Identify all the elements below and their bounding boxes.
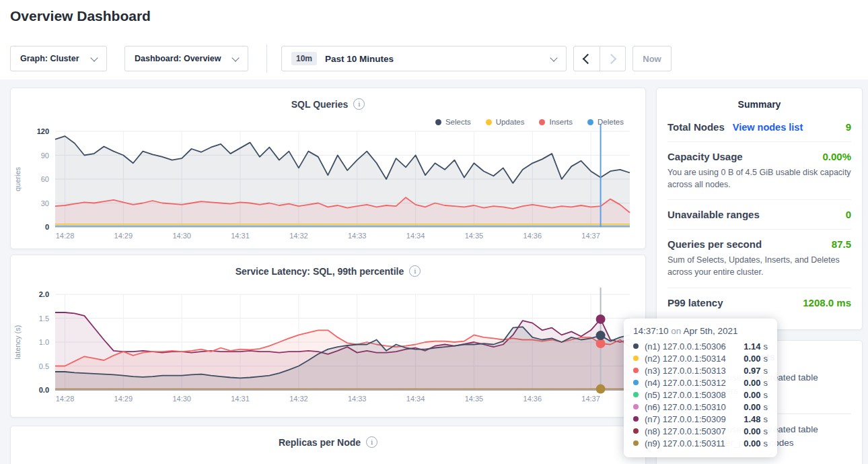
info-icon[interactable]: i <box>409 265 421 277</box>
node-latency-value: 0.00 <box>744 390 760 400</box>
chart-title-sql-queries: SQL Queries <box>291 99 349 110</box>
graph-scope-dropdown[interactable]: Graph: Cluster <box>10 46 107 71</box>
node-address: (n3) 127.0.0.1:50313 <box>645 366 744 376</box>
svg-text:60: 60 <box>41 175 49 183</box>
svg-text:14:33: 14:33 <box>348 232 367 240</box>
chevron-left-icon <box>582 53 593 64</box>
summary-panel: Summary Total NodesView nodes list9Capac… <box>656 88 863 330</box>
node-address: (n6) 127.0.0.1:50310 <box>645 402 744 412</box>
time-forward-button[interactable] <box>600 46 626 71</box>
info-icon[interactable]: i <box>366 436 377 448</box>
now-button-label: Now <box>643 54 661 64</box>
svg-text:14:35: 14:35 <box>465 232 484 240</box>
tooltip-on: on <box>671 326 681 336</box>
time-pager <box>573 46 626 71</box>
node-address: (n8) 127.0.0.1:50307 <box>645 426 744 436</box>
svg-text:0.0: 0.0 <box>39 386 49 394</box>
svg-text:1.0: 1.0 <box>39 338 49 346</box>
svg-text:14:29: 14:29 <box>114 395 133 403</box>
node-address: (n9) 127.0.0.1:50311 <box>645 438 744 449</box>
chart-hover-dot <box>596 314 606 324</box>
node-color-dot <box>633 380 639 385</box>
summary-label: P99 latency <box>667 297 723 308</box>
node-address: (n7) 127.0.0.1:50309 <box>645 414 744 424</box>
replicas-per-node-chart-panel: Replicas per Node i <box>10 426 646 464</box>
tooltip-row: (n2) 127.0.0.1:503140.00s <box>633 352 768 364</box>
summary-row: Queries per second87.5Sum of Selects, Up… <box>667 229 851 287</box>
sql-queries-chart[interactable]: 030609012014:2814:2914:3014:3114:3214:33… <box>11 125 647 250</box>
service-latency-chart-panel: Service Latency: SQL, 99th percentile i … <box>10 255 646 418</box>
node-latency-value: 0.00 <box>744 354 760 364</box>
svg-text:2.0: 2.0 <box>39 290 49 298</box>
tooltip-row: (n7) 127.0.0.1:503091.48s <box>633 413 768 425</box>
dashboard-dropdown[interactable]: Dashboard: Overview <box>124 46 248 71</box>
svg-text:14:30: 14:30 <box>172 395 191 403</box>
node-latency-unit: s <box>764 438 768 449</box>
summary-label: Capacity Usage <box>667 151 743 162</box>
svg-text:0.5: 0.5 <box>39 362 49 370</box>
chevron-right-icon <box>606 53 617 64</box>
tooltip-row: (n3) 127.0.0.1:503130.97s <box>633 364 768 376</box>
svg-text:14:29: 14:29 <box>114 232 133 240</box>
view-nodes-list-link[interactable]: View nodes list <box>733 122 803 133</box>
info-icon[interactable]: i <box>353 98 365 110</box>
toolbar-divider <box>266 44 267 73</box>
tooltip-row: (n8) 127.0.0.1:503070.00s <box>633 425 768 437</box>
svg-text:queries: queries <box>13 166 22 191</box>
summary-value: 0 <box>846 209 851 220</box>
svg-text:14:34: 14:34 <box>406 395 425 403</box>
summary-description: Sum of Selects, Updates, Inserts, and De… <box>667 254 851 278</box>
svg-text:1.5: 1.5 <box>39 314 49 323</box>
node-latency-unit: s <box>764 390 768 400</box>
svg-text:14:37: 14:37 <box>581 395 600 403</box>
tooltip-row: (n5) 127.0.0.1:503080.00s <box>633 389 768 401</box>
node-latency-value: 0.00 <box>744 426 760 436</box>
node-latency-unit: s <box>764 414 768 424</box>
summary-value: 0.00% <box>822 151 851 162</box>
time-back-button[interactable] <box>574 46 600 71</box>
node-latency-value: 1.48 <box>744 414 760 424</box>
svg-text:14:31: 14:31 <box>231 232 250 240</box>
chart-hover-dot <box>596 339 606 348</box>
overview-dashboard-page: Overview Dashboard Graph: Cluster Dashbo… <box>0 0 868 464</box>
node-address: (n1) 127.0.0.1:50306 <box>645 341 744 352</box>
svg-text:14:36: 14:36 <box>523 395 542 403</box>
node-latency-unit: s <box>764 341 768 352</box>
graph-scope-label: Graph: Cluster <box>20 54 79 63</box>
tooltip-timestamp: 14:37:10 on Apr 5th, 2021 <box>633 326 768 336</box>
svg-text:14:30: 14:30 <box>172 232 191 240</box>
tooltip-row: (n6) 127.0.0.1:503100.00s <box>633 401 768 413</box>
node-latency-unit: s <box>764 354 768 364</box>
summary-row: Unavailable ranges0 <box>667 199 851 229</box>
time-range-dropdown[interactable]: 10m Past 10 Minutes <box>281 46 567 71</box>
svg-text:latency (s): latency (s) <box>13 325 22 360</box>
svg-text:0: 0 <box>45 223 49 231</box>
node-latency-unit: s <box>764 366 768 376</box>
summary-row: Total NodesView nodes list9 <box>667 112 851 141</box>
node-latency-unit: s <box>764 426 768 436</box>
svg-text:14:31: 14:31 <box>231 395 250 403</box>
summary-value: 87.5 <box>832 238 851 250</box>
svg-text:14:37: 14:37 <box>581 232 600 240</box>
now-button[interactable]: Now <box>632 46 672 71</box>
node-latency-value: 0.00 <box>744 438 760 449</box>
chart-title-replicas-per-node: Replicas per Node <box>279 437 361 448</box>
node-latency-value: 0.00 <box>744 378 760 388</box>
summary-value: 1208.0 ms <box>803 297 851 308</box>
summary-description: You are using 0 B of 4.5 GiB usable disk… <box>667 166 851 191</box>
tooltip-row: (n4) 127.0.0.1:503120.00s <box>633 376 768 389</box>
svg-text:14:36: 14:36 <box>523 232 542 240</box>
tooltip-row: (n9) 127.0.0.1:503110.00s <box>633 437 768 449</box>
svg-text:14:32: 14:32 <box>289 232 308 240</box>
service-latency-chart[interactable]: 0.00.51.01.52.014:2814:2914:3014:3114:32… <box>11 288 647 413</box>
node-latency-value: 1.14 <box>744 341 760 352</box>
node-color-dot <box>633 392 639 397</box>
summary-rows: Total NodesView nodes list9Capacity Usag… <box>667 112 851 317</box>
summary-label: Total Nodes <box>667 121 725 133</box>
svg-text:14:33: 14:33 <box>348 395 367 403</box>
summary-row: P99 latency1208.0 ms <box>667 288 851 317</box>
tooltip-time: 14:37:10 <box>633 326 669 336</box>
page-title: Overview Dashboard <box>10 8 151 24</box>
node-latency-unit: s <box>764 378 768 388</box>
svg-text:14:28: 14:28 <box>56 232 75 240</box>
